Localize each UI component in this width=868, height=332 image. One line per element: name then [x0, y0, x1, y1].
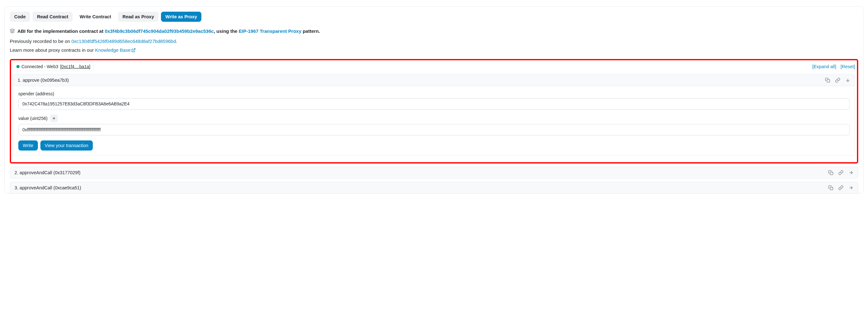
abi-suffix: pattern. — [302, 28, 320, 34]
tab-read-contract[interactable]: Read Contract — [32, 12, 72, 22]
copy-icon[interactable] — [828, 185, 833, 190]
kb-prefix: Learn more about proxy contracts in our — [10, 47, 95, 53]
field-label-spender: spender (address) — [18, 91, 850, 96]
function-header-approveandcall-1[interactable]: 2. approveAndCall (0x3177029f) — [10, 167, 858, 179]
abi-info-line: ABI for the implementation contract at 0… — [10, 27, 858, 36]
status-dot-icon — [17, 65, 20, 68]
link-icon[interactable] — [838, 170, 843, 175]
abi-middle: , using the — [214, 28, 239, 34]
plus-icon — [52, 116, 56, 120]
connection-status-pill[interactable]: Connected - Web3 [0xc1f4....ba1a] — [13, 62, 94, 71]
svg-rect-8 — [830, 187, 833, 190]
svg-line-1 — [133, 49, 135, 51]
prev-suffix: . — [176, 38, 177, 44]
view-transaction-button[interactable]: View your transaction — [40, 141, 93, 151]
highlighted-section: Connected - Web3 [0xc1f4....ba1a] [Expan… — [10, 59, 858, 163]
impl-address-link[interactable]: 0x3f4b9c3b06df745c904da02f93b459b2e9ac53… — [105, 28, 214, 34]
connected-address: [0xc1f4....ba1a] — [60, 64, 90, 69]
svg-rect-2 — [827, 80, 830, 82]
tab-write-as-proxy[interactable]: Write as Proxy — [161, 12, 202, 22]
function-header-approveandcall-2[interactable]: 3. approveAndCall (0xcae9ca51) — [10, 182, 858, 193]
copy-icon[interactable] — [828, 170, 833, 175]
tab-read-as-proxy[interactable]: Read as Proxy — [118, 12, 158, 22]
connection-row: Connected - Web3 [0xc1f4....ba1a] [Expan… — [13, 62, 855, 71]
value-input[interactable] — [18, 124, 850, 135]
action-buttons: Write View your transaction — [18, 141, 850, 151]
arrow-right-icon[interactable] — [848, 185, 854, 190]
connection-status-text: Connected - Web3 — [22, 64, 58, 69]
previous-impl-line: Previously recorded to be on 0xc1304fdf5… — [10, 37, 858, 45]
link-icon[interactable] — [835, 78, 840, 83]
tab-code[interactable]: Code — [10, 12, 30, 22]
write-button[interactable]: Write — [18, 141, 38, 151]
expand-all-link[interactable]: [Expand all] — [812, 64, 836, 69]
svg-rect-6 — [830, 172, 833, 175]
layers-icon — [10, 29, 16, 34]
copy-icon[interactable] — [825, 78, 830, 83]
contract-card: Code Read Contract Write Contract Read a… — [4, 6, 864, 194]
arrow-down-icon[interactable] — [845, 78, 850, 83]
connection-actions: [Expand all] [Reset] — [809, 64, 855, 69]
proxy-pattern-link[interactable]: EIP-1967 Transparent Proxy — [239, 28, 301, 34]
prev-address-link[interactable]: 0xc1304fdf5426f0489d658ec648d8af27bd8596… — [71, 38, 176, 44]
svg-marker-0 — [10, 29, 14, 31]
reset-link[interactable]: [Reset] — [841, 64, 855, 69]
add-value-button[interactable] — [50, 115, 58, 122]
function-title: 2. approveAndCall (0x3177029f) — [14, 170, 81, 175]
prev-prefix: Previously recorded to be on — [10, 38, 71, 44]
function-header-icons — [828, 185, 854, 190]
function-header-icons — [828, 170, 854, 175]
tab-write-contract[interactable]: Write Contract — [75, 12, 116, 22]
function-header-approve[interactable]: 1. approve (0x095ea7b3) — [13, 74, 855, 86]
knowledge-base-line: Learn more about proxy contracts in our … — [10, 47, 858, 55]
abi-prefix: ABI for the implementation contract at — [18, 28, 105, 34]
knowledge-base-link[interactable]: Knowledge Base — [95, 47, 136, 53]
external-link-icon — [131, 47, 136, 55]
field-label-value: value (uint256) — [18, 115, 850, 122]
arrow-right-icon[interactable] — [848, 170, 854, 175]
link-icon[interactable] — [838, 185, 843, 190]
function-title: 1. approve (0x095ea7b3) — [18, 78, 69, 83]
function-title: 3. approveAndCall (0xcae9ca51) — [14, 185, 81, 190]
spender-input[interactable] — [18, 98, 850, 110]
function-header-icons — [825, 78, 850, 83]
function-body-approve: spender (address) value (uint256) Write … — [13, 86, 855, 156]
tab-bar: Code Read Contract Write Contract Read a… — [10, 12, 858, 22]
